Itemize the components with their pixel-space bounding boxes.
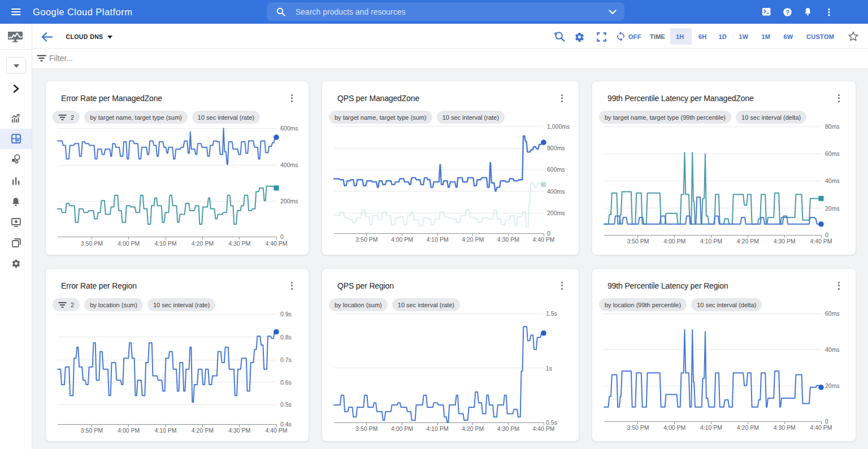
svg-text:4:00 PM: 4:00 PM xyxy=(118,240,140,247)
svg-text:4:00 PM: 4:00 PM xyxy=(391,236,413,243)
svg-text:3:50 PM: 3:50 PM xyxy=(81,240,103,247)
svg-text:60ms: 60ms xyxy=(825,310,840,317)
svg-text:0: 0 xyxy=(547,230,550,237)
svg-text:0: 0 xyxy=(825,232,828,238)
svg-text:4:00 PM: 4:00 PM xyxy=(663,424,685,431)
svg-text:80ms: 80ms xyxy=(825,123,840,130)
svg-text:1.5s: 1.5s xyxy=(546,310,557,317)
svg-text:3:50 PM: 3:50 PM xyxy=(81,427,103,434)
svg-text:4:20 PM: 4:20 PM xyxy=(462,425,484,432)
svg-text:4:40 PM: 4:40 PM xyxy=(265,240,287,247)
svg-text:20ms: 20ms xyxy=(825,382,840,389)
svg-text:0.5s: 0.5s xyxy=(280,401,292,408)
svg-text:4:30 PM: 4:30 PM xyxy=(774,238,796,245)
svg-text:4:30 PM: 4:30 PM xyxy=(774,424,796,431)
svg-text:4:20 PM: 4:20 PM xyxy=(192,240,214,247)
svg-text:4:20 PM: 4:20 PM xyxy=(737,238,759,245)
svg-text:600ms: 600ms xyxy=(280,125,298,132)
svg-text:4:30 PM: 4:30 PM xyxy=(497,236,519,243)
svg-text:200ms: 200ms xyxy=(547,210,565,216)
svg-text:0.6s: 0.6s xyxy=(280,379,292,386)
svg-text:3:50 PM: 3:50 PM xyxy=(627,238,649,245)
svg-text:4:40 PM: 4:40 PM xyxy=(532,236,554,243)
svg-text:4:30 PM: 4:30 PM xyxy=(497,425,519,432)
svg-text:1,000ms: 1,000ms xyxy=(547,123,570,130)
svg-text:60ms: 60ms xyxy=(825,150,840,157)
svg-text:0: 0 xyxy=(280,233,284,240)
svg-text:1s: 1s xyxy=(546,365,552,372)
svg-text:4:30 PM: 4:30 PM xyxy=(228,240,250,247)
svg-text:4:00 PM: 4:00 PM xyxy=(391,425,413,432)
svg-text:4:10 PM: 4:10 PM xyxy=(700,238,722,245)
svg-text:4:40 PM: 4:40 PM xyxy=(265,427,287,434)
svg-text:4:10 PM: 4:10 PM xyxy=(427,425,449,432)
svg-text:3:50 PM: 3:50 PM xyxy=(627,424,649,431)
svg-text:4:40 PM: 4:40 PM xyxy=(532,425,554,432)
svg-text:0.9s: 0.9s xyxy=(280,311,292,317)
svg-text:0.7s: 0.7s xyxy=(280,356,292,363)
svg-text:0.8s: 0.8s xyxy=(280,334,292,341)
svg-text:0: 0 xyxy=(825,418,828,425)
svg-text:4:10 PM: 4:10 PM xyxy=(154,427,176,434)
svg-text:4:20 PM: 4:20 PM xyxy=(462,236,484,243)
svg-text:20ms: 20ms xyxy=(825,205,840,212)
svg-text:3:50 PM: 3:50 PM xyxy=(355,236,377,243)
svg-text:800ms: 800ms xyxy=(547,145,565,151)
svg-text:4:30 PM: 4:30 PM xyxy=(228,427,250,434)
svg-text:4:00 PM: 4:00 PM xyxy=(118,427,140,434)
svg-text:0.5s: 0.5s xyxy=(546,419,557,426)
svg-text:4:20 PM: 4:20 PM xyxy=(737,424,759,431)
svg-text:4:20 PM: 4:20 PM xyxy=(192,427,214,434)
svg-text:4:10 PM: 4:10 PM xyxy=(154,240,176,247)
svg-text:4:00 PM: 4:00 PM xyxy=(663,238,685,245)
svg-text:3:50 PM: 3:50 PM xyxy=(355,425,377,432)
svg-text:600ms: 600ms xyxy=(547,166,565,173)
svg-text:4:10 PM: 4:10 PM xyxy=(427,236,449,243)
svg-text:4:40 PM: 4:40 PM xyxy=(810,238,832,245)
svg-text:400ms: 400ms xyxy=(547,188,565,195)
svg-text:4:40 PM: 4:40 PM xyxy=(810,424,832,431)
svg-text:0.4s: 0.4s xyxy=(280,421,292,428)
svg-text:40ms: 40ms xyxy=(825,177,840,184)
svg-text:40ms: 40ms xyxy=(825,346,840,353)
svg-text:?: ? xyxy=(785,8,789,15)
svg-text:200ms: 200ms xyxy=(280,198,298,204)
svg-text:4:10 PM: 4:10 PM xyxy=(700,424,722,431)
svg-text:400ms: 400ms xyxy=(280,162,298,168)
